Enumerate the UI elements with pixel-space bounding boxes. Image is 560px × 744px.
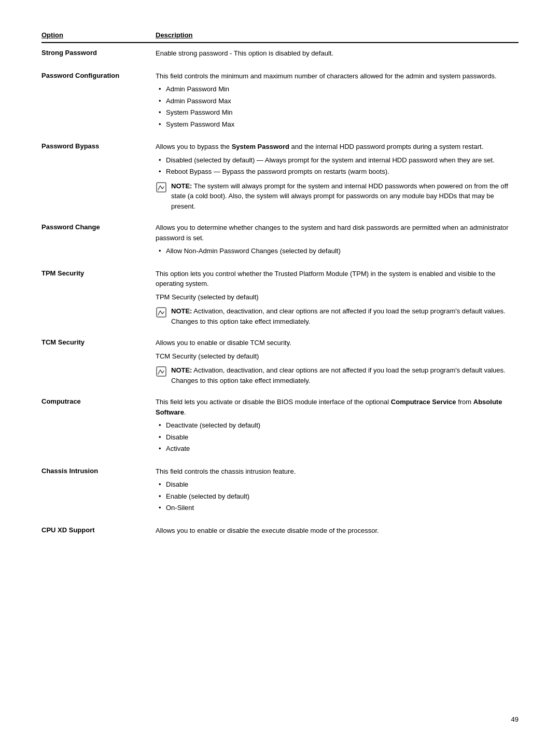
note-text: NOTE: The system will always prompt for … <box>171 181 519 212</box>
desc-text2: TPM Security (selected by default) <box>156 292 519 302</box>
description-password-configuration: This field controls the minimum and maxi… <box>156 71 519 133</box>
list-item: System Password Max <box>156 119 519 130</box>
note-label: NOTE: <box>171 366 192 374</box>
bullet-list: Allow Non-Admin Password Changes (select… <box>156 246 519 256</box>
table-row: Computrace This field lets you activate … <box>41 397 519 457</box>
description-password-bypass: Allows you to bypass the System Password… <box>156 142 519 213</box>
desc-text: Enable strong password - This option is … <box>156 48 519 59</box>
desc-text: Allows you to enable or disable TCM secu… <box>156 338 519 348</box>
option-tcm-security: TCM Security <box>41 338 156 346</box>
note-text: NOTE: Activation, deactivation, and clea… <box>171 306 519 326</box>
table-row: Password Bypass Allows you to bypass the… <box>41 142 519 213</box>
desc-text: Allows you to enable or disable the exec… <box>156 526 519 536</box>
page-number: 49 <box>511 715 519 723</box>
list-item: Disable <box>156 479 519 490</box>
table-row: Strong Password Enable strong password -… <box>41 48 519 62</box>
pencil-note-icon <box>156 307 167 318</box>
description-computrace: This field lets you activate or disable … <box>156 397 519 457</box>
bold-text: Computrace Service <box>391 398 456 406</box>
note-text: NOTE: Activation, deactivation, and clea… <box>171 365 519 385</box>
option-chassis-intrusion: Chassis Intrusion <box>41 466 156 475</box>
note-box: NOTE: Activation, deactivation, and clea… <box>156 365 519 385</box>
bullet-list: Disable Enable (selected by default) On-… <box>156 479 519 513</box>
description-chassis-intrusion: This field controls the chassis intrusio… <box>156 466 519 516</box>
description-strong-password: Enable strong password - This option is … <box>156 48 519 62</box>
table-row: Chassis Intrusion This field controls th… <box>41 466 519 516</box>
table-container: Option Description Strong Password Enabl… <box>41 31 519 539</box>
description-cpu-xd-support: Allows you to enable or disable the exec… <box>156 526 519 539</box>
table-header: Option Description <box>41 31 519 43</box>
table-row: TCM Security Allows you to enable or dis… <box>41 338 519 388</box>
note-icon <box>156 366 167 377</box>
list-item: Reboot Bypass — Bypass the password prom… <box>156 167 519 177</box>
note-label: NOTE: <box>171 182 192 190</box>
list-item: Disabled (selected by default) — Always … <box>156 155 519 166</box>
list-item: Admin Password Max <box>156 96 519 106</box>
note-label: NOTE: <box>171 307 192 315</box>
desc-text: Allows you to determine whether changes … <box>156 223 519 243</box>
desc-text: This field controls the chassis intrusio… <box>156 466 519 477</box>
note-box: NOTE: Activation, deactivation, and clea… <box>156 306 519 326</box>
table-row: TPM Security This option lets you contro… <box>41 269 519 329</box>
option-password-configuration: Password Configuration <box>41 71 156 79</box>
bullet-list: Admin Password Min Admin Password Max Sy… <box>156 84 519 129</box>
list-item: Admin Password Min <box>156 84 519 94</box>
list-item: Disable <box>156 432 519 443</box>
option-tpm-security: TPM Security <box>41 269 156 277</box>
header-description: Description <box>156 31 519 39</box>
description-tpm-security: This option lets you control whether the… <box>156 269 519 329</box>
page: Option Description Strong Password Enabl… <box>0 0 560 744</box>
description-tcm-security: Allows you to enable or disable TCM secu… <box>156 338 519 388</box>
bold-text: System Password <box>232 143 289 150</box>
list-item: Activate <box>156 444 519 454</box>
desc-text: This option lets you control whether the… <box>156 269 519 289</box>
desc-text: This field lets you activate or disable … <box>156 397 519 417</box>
note-icon <box>156 182 167 193</box>
note-icon <box>156 307 167 318</box>
bullet-list: Deactivate (selected by default) Disable… <box>156 420 519 454</box>
bullet-list: Disabled (selected by default) — Always … <box>156 155 519 177</box>
list-item: Allow Non-Admin Password Changes (select… <box>156 246 519 256</box>
list-item: System Password Min <box>156 107 519 118</box>
table-row: Password Configuration This field contro… <box>41 71 519 133</box>
list-item: Deactivate (selected by default) <box>156 420 519 431</box>
pencil-note-icon <box>156 182 167 193</box>
note-box: NOTE: The system will always prompt for … <box>156 181 519 212</box>
desc-text: Allows you to bypass the System Password… <box>156 142 519 152</box>
option-computrace: Computrace <box>41 397 156 405</box>
header-option: Option <box>41 31 156 39</box>
list-item: Enable (selected by default) <box>156 491 519 502</box>
pencil-note-icon <box>156 366 167 377</box>
list-item: On-Silent <box>156 503 519 513</box>
desc-text2: TCM Security (selected by default) <box>156 351 519 362</box>
option-strong-password: Strong Password <box>41 48 156 57</box>
option-password-change: Password Change <box>41 223 156 231</box>
option-cpu-xd-support: CPU XD Support <box>41 526 156 534</box>
table-row: CPU XD Support Allows you to enable or d… <box>41 526 519 539</box>
description-password-change: Allows you to determine whether changes … <box>156 223 519 259</box>
table-row: Password Change Allows you to determine … <box>41 223 519 259</box>
option-password-bypass: Password Bypass <box>41 142 156 150</box>
desc-text: This field controls the minimum and maxi… <box>156 71 519 81</box>
